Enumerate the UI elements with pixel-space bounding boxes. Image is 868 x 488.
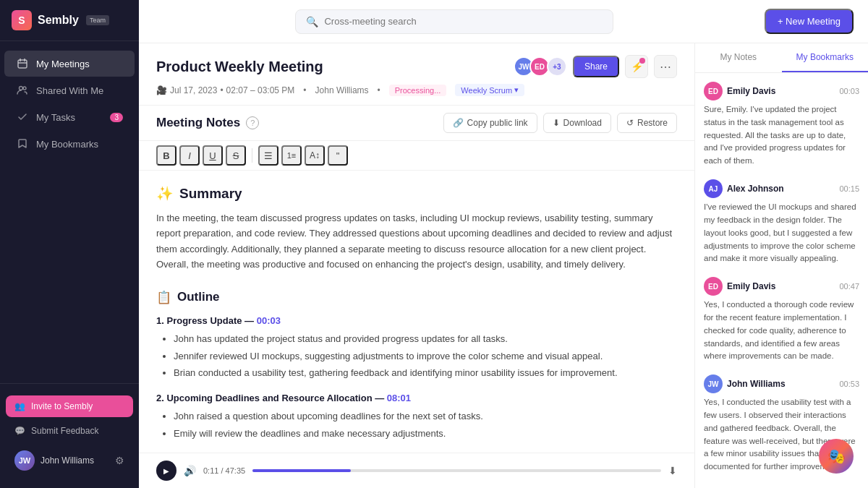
notes-title-row: Meeting Notes ? bbox=[156, 116, 259, 130]
italic-button[interactable]: I bbox=[179, 145, 200, 166]
bullet-list-button[interactable]: ☰ bbox=[258, 145, 278, 166]
svg-rect-0 bbox=[18, 60, 27, 68]
avatar: JW bbox=[14, 450, 35, 471]
topbar: 🔍 + New Meeting bbox=[139, 0, 868, 43]
more-icon: ⋯ bbox=[660, 60, 671, 74]
new-meeting-button[interactable]: + New Meeting bbox=[765, 9, 854, 34]
tasks-icon bbox=[16, 111, 29, 124]
quote-button[interactable]: " bbox=[328, 145, 348, 166]
download-icon: ⬇ bbox=[553, 118, 560, 128]
sidebar-item-my-meetings[interactable]: My Meetings bbox=[4, 51, 135, 77]
fab-icon: 🎭 bbox=[827, 448, 846, 465]
sidebar-item-shared-label: Shared With Me bbox=[36, 85, 103, 96]
status-dot bbox=[639, 58, 645, 64]
timestamp-link-2[interactable]: 08:01 bbox=[387, 393, 411, 403]
note-text: Yes, I conducted a thorough code review … bbox=[704, 299, 859, 363]
share-button[interactable]: Share bbox=[573, 56, 619, 77]
notes-title: Meeting Notes bbox=[156, 116, 240, 130]
restore-icon: ↺ bbox=[626, 118, 634, 128]
meeting-host: John Williams bbox=[315, 85, 369, 95]
meta-separator2: • bbox=[303, 85, 306, 95]
lightning-button[interactable]: ⚡ bbox=[625, 55, 648, 78]
notes-action-buttons: 🔗 Copy public link ⬇ Download ↺ Restore bbox=[443, 113, 677, 133]
search-input[interactable] bbox=[324, 16, 603, 27]
note-header: JW John Williams 00:53 bbox=[704, 374, 859, 393]
chevron-down-icon[interactable]: ▾ bbox=[514, 85, 519, 95]
meeting-date: Jul 17, 2023 bbox=[170, 85, 217, 95]
meeting-header: Product Weekly Meeting JW ED +3 Share ⚡ bbox=[139, 43, 694, 106]
invite-label: Invite to Sembly bbox=[31, 401, 93, 411]
invite-icon: 👥 bbox=[14, 401, 25, 411]
summary-title: Summary bbox=[179, 186, 242, 202]
link-icon: 🔗 bbox=[453, 118, 464, 128]
submit-feedback-button[interactable]: 💬 Submit Feedback bbox=[6, 420, 133, 442]
logo-icon: S bbox=[12, 10, 32, 30]
sidebar-item-my-meetings-label: My Meetings bbox=[36, 59, 90, 69]
restore-button[interactable]: ↺ Restore bbox=[617, 113, 677, 133]
gear-icon[interactable]: ⚙ bbox=[115, 455, 124, 466]
bookmark-icon bbox=[16, 137, 29, 150]
volume-button[interactable]: 🔊 bbox=[184, 465, 196, 476]
sidebar-bottom: 👥 Invite to Sembly 💬 Submit Feedback JW … bbox=[0, 383, 139, 488]
search-bar[interactable]: 🔍 bbox=[295, 9, 613, 34]
outline-section: 📋 Outline 1. Progress Update — 00:03 Joh… bbox=[156, 290, 677, 442]
meeting-title-row: Product Weekly Meeting JW ED +3 Share ⚡ bbox=[156, 55, 677, 78]
processing-badge: Processing... bbox=[389, 85, 447, 96]
doc-panel: Product Weekly Meeting JW ED +3 Share ⚡ bbox=[139, 43, 694, 488]
underline-button[interactable]: U bbox=[203, 145, 223, 166]
play-button[interactable]: ▶ bbox=[156, 461, 176, 481]
doc-body: ✨ Summary In the meeting, the team discu… bbox=[139, 171, 694, 453]
svg-point-4 bbox=[20, 87, 23, 90]
sidebar-item-bookmarks-label: My Bookmarks bbox=[36, 139, 98, 150]
more-options-button[interactable]: ⋯ bbox=[654, 55, 677, 78]
user-name: John Williams bbox=[41, 455, 109, 466]
summary-text: In the meeting, the team discussed progr… bbox=[156, 210, 677, 273]
scrum-badge: Weekly Scrum ▾ bbox=[455, 84, 524, 96]
copy-public-link-button[interactable]: 🔗 Copy public link bbox=[443, 113, 537, 133]
outline-item-1-bullets: John has updated the project status and … bbox=[156, 332, 677, 381]
avatar-initials: JW bbox=[19, 456, 31, 465]
download-button[interactable]: ⬇ Download bbox=[543, 113, 611, 133]
bold-button[interactable]: B bbox=[156, 145, 176, 166]
user-row[interactable]: JW John Williams ⚙ bbox=[6, 445, 133, 476]
avatar: AJ bbox=[704, 179, 723, 198]
timestamp-link-1[interactable]: 00:03 bbox=[257, 315, 281, 326]
avatar-stack: JW ED +3 bbox=[514, 56, 567, 77]
summary-heading: ✨ Summary bbox=[156, 185, 677, 202]
invite-to-sembly-button[interactable]: 👥 Invite to Sembly bbox=[6, 395, 133, 417]
sidebar-item-my-bookmarks[interactable]: My Bookmarks bbox=[4, 131, 135, 157]
meta-separator: • bbox=[220, 85, 223, 95]
meeting-meta: 🎥 Jul 17, 2023 • 02:07 – 03:05 PM • John… bbox=[156, 84, 677, 96]
avatar: JW bbox=[704, 374, 723, 393]
sidebar-item-my-tasks[interactable]: My Tasks 3 bbox=[4, 104, 135, 130]
font-size-button[interactable]: A↕ bbox=[305, 145, 325, 166]
strikethrough-button[interactable]: S bbox=[226, 145, 246, 166]
ordered-list-button[interactable]: 1≡ bbox=[281, 145, 302, 166]
note-timestamp: 00:03 bbox=[839, 87, 859, 95]
feedback-icon: 💬 bbox=[14, 426, 25, 436]
meeting-actions: JW ED +3 Share ⚡ ⋯ bbox=[514, 55, 677, 78]
avatar-extra-count: +3 bbox=[547, 56, 567, 77]
calendar-icon bbox=[16, 57, 29, 70]
help-icon[interactable]: ? bbox=[246, 116, 259, 129]
outline-emoji: 📋 bbox=[156, 290, 171, 305]
sembly-fab[interactable]: 🎭 bbox=[819, 439, 854, 474]
audio-download-button[interactable]: ⬇ bbox=[668, 465, 677, 476]
meta-separator3: • bbox=[378, 85, 380, 95]
sidebar-item-shared-with-me[interactable]: Shared With Me bbox=[4, 77, 135, 103]
summary-emoji: ✨ bbox=[156, 185, 174, 202]
notes-toolbar: Meeting Notes ? 🔗 Copy public link ⬇ Dow… bbox=[139, 106, 694, 141]
tab-my-bookmarks[interactable]: My Bookmarks bbox=[782, 43, 869, 72]
note-author: Emily Davis bbox=[727, 86, 775, 96]
note-author: Alex Johnson bbox=[727, 184, 784, 194]
users-icon bbox=[16, 84, 29, 97]
outline-item-2-title: 2. Upcoming Deadlines and Resource Alloc… bbox=[156, 393, 677, 403]
tab-my-notes[interactable]: My Notes bbox=[695, 43, 782, 72]
camera-icon: 🎥 bbox=[156, 85, 167, 95]
search-icon: 🔍 bbox=[306, 16, 318, 27]
scrum-label: Weekly Scrum bbox=[461, 86, 512, 95]
note-text: I've reviewed the UI mockups and shared … bbox=[704, 201, 859, 265]
format-bar: B I U S ☰ 1≡ A↕ " bbox=[139, 141, 694, 171]
current-time: 0:11 / 47:35 bbox=[203, 466, 245, 475]
audio-progress-bar[interactable] bbox=[252, 469, 661, 472]
